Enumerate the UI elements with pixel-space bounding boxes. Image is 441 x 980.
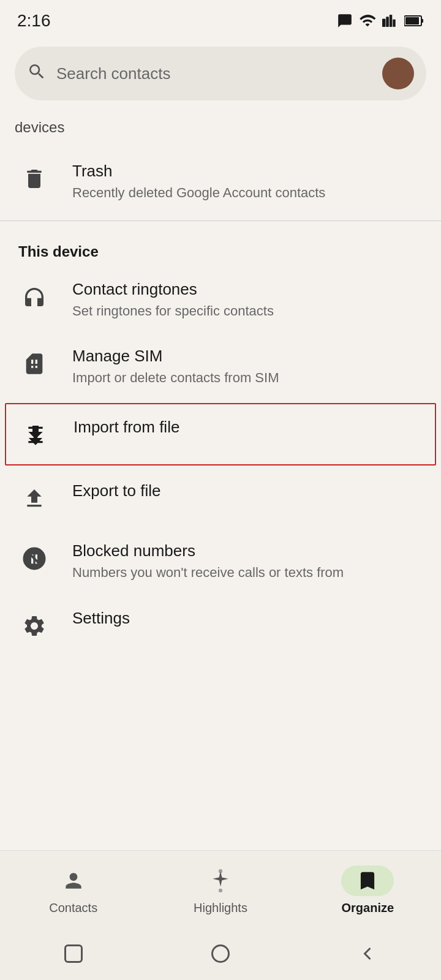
blocked-text: Blocked numbers Numbers you won't receiv… — [72, 541, 344, 582]
trash-text: Trash Recently deleted Google Account co… — [72, 162, 325, 202]
devices-partial-text: devices — [0, 113, 441, 148]
avatar[interactable] — [382, 58, 414, 89]
svg-rect-5 — [421, 19, 423, 23]
search-bar-container: Search contacts — [0, 37, 441, 113]
system-nav — [0, 931, 441, 980]
menu-item-contact-ringtones[interactable]: Contact ringtones Set ringtones for spec… — [0, 266, 441, 334]
svg-rect-9 — [219, 869, 222, 873]
main-content: devices Trash Recently deleted Google Ac… — [0, 113, 441, 778]
highlights-nav-bg — [194, 865, 247, 896]
person-icon — [62, 869, 85, 892]
gear-icon — [18, 610, 50, 642]
svg-rect-3 — [393, 20, 394, 27]
contacts-nav-bg — [47, 865, 100, 896]
svg-rect-11 — [66, 945, 82, 962]
svg-point-12 — [213, 945, 229, 962]
trash-icon — [18, 163, 50, 195]
nav-highlights[interactable]: Highlights — [175, 861, 266, 920]
trash-title: Trash — [72, 162, 325, 181]
menu-item-trash[interactable]: Trash Recently deleted Google Account co… — [0, 148, 441, 216]
import-file-text: Import from file — [74, 418, 179, 437]
back-button[interactable] — [356, 943, 379, 969]
ringtones-title: Contact ringtones — [72, 280, 274, 299]
home-button[interactable] — [209, 943, 232, 969]
chat-bubble-icon — [337, 13, 353, 29]
contacts-nav-label: Contacts — [49, 901, 97, 915]
blocked-subtitle: Numbers you won't receive calls or texts… — [72, 564, 344, 582]
svg-rect-0 — [383, 19, 385, 27]
settings-title: Settings — [72, 609, 130, 628]
this-device-header: This device — [0, 226, 441, 266]
settings-text: Settings — [72, 609, 130, 628]
sim-icon — [18, 348, 50, 380]
bookmark-icon — [356, 869, 379, 892]
blocked-title: Blocked numbers — [72, 541, 344, 560]
status-icons — [337, 12, 424, 29]
search-bar[interactable]: Search contacts — [15, 47, 426, 100]
blocked-icon — [18, 543, 50, 575]
wifi-icon — [359, 12, 376, 29]
menu-item-manage-sim[interactable]: Manage SIM Import or delete contacts fro… — [0, 333, 441, 401]
svg-rect-10 — [219, 889, 222, 892]
menu-item-import-from-file[interactable]: Import from file — [5, 403, 436, 466]
sparkle-icon — [209, 869, 232, 892]
status-time: 2:16 — [17, 11, 51, 31]
svg-rect-6 — [405, 17, 419, 24]
sim-title: Manage SIM — [72, 347, 279, 366]
svg-rect-2 — [390, 15, 391, 27]
recent-apps-button[interactable] — [62, 943, 85, 969]
bottom-nav: Contacts Highlights Organize — [0, 850, 441, 931]
organize-nav-label: Organize — [342, 901, 394, 915]
section-divider — [0, 221, 441, 221]
download-icon — [20, 419, 51, 451]
import-file-title: Import from file — [74, 418, 179, 437]
ringtones-subtitle: Set ringtones for specific contacts — [72, 302, 274, 320]
sim-text: Manage SIM Import or delete contacts fro… — [72, 347, 279, 387]
search-icon — [27, 62, 47, 86]
organize-nav-bg — [341, 865, 394, 896]
ringtone-icon — [18, 281, 50, 313]
export-file-text: Export to file — [72, 481, 161, 500]
highlights-nav-label: Highlights — [194, 901, 247, 915]
menu-item-blocked-numbers[interactable]: Blocked numbers Numbers you won't receiv… — [0, 528, 441, 595]
sim-subtitle: Import or delete contacts from SIM — [72, 369, 279, 387]
upload-icon — [18, 483, 50, 514]
nav-contacts[interactable]: Contacts — [29, 861, 118, 920]
search-input[interactable]: Search contacts — [56, 64, 372, 83]
ringtones-text: Contact ringtones Set ringtones for spec… — [72, 280, 274, 320]
signal-icon — [382, 13, 398, 29]
menu-item-export-to-file[interactable]: Export to file — [0, 468, 441, 528]
svg-rect-1 — [386, 17, 388, 27]
nav-organize[interactable]: Organize — [323, 861, 412, 920]
battery-icon — [404, 13, 424, 29]
trash-subtitle: Recently deleted Google Account contacts — [72, 184, 325, 202]
status-bar: 2:16 — [0, 0, 441, 37]
menu-item-settings[interactable]: Settings — [0, 595, 441, 655]
export-file-title: Export to file — [72, 481, 161, 500]
